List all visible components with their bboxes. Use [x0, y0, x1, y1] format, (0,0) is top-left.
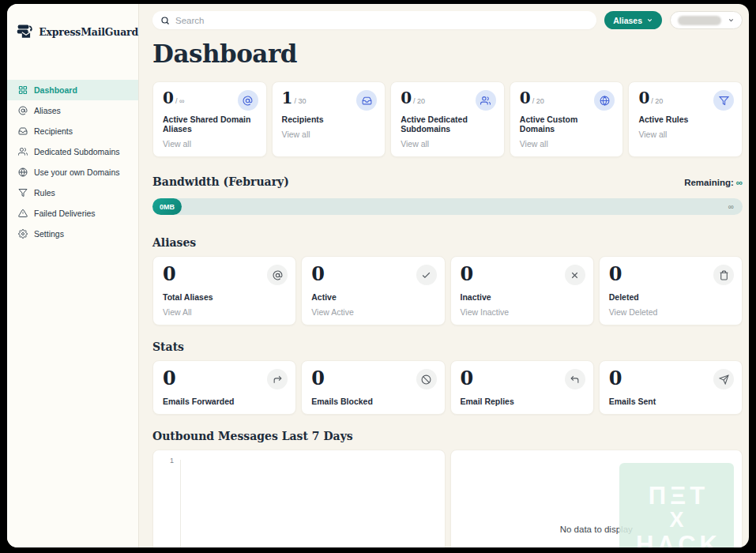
view-link[interactable]: View Active: [311, 307, 434, 317]
check-icon: [416, 265, 437, 285]
sidebar-item-rules[interactable]: Rules: [7, 182, 138, 203]
chart-plot-area: 1 0: [180, 460, 434, 547]
topbar: Aliases: [152, 11, 743, 29]
slash-icon: [416, 369, 437, 389]
view-all-link[interactable]: View all: [520, 139, 614, 149]
card-label: Active Shared Domain Aliases: [163, 115, 257, 134]
inbox-icon: [356, 90, 377, 111]
card-label: Emails Blocked: [311, 397, 434, 406]
account-redacted-value: [678, 16, 721, 25]
netxhack-watermark: ΠΞT Χ HΛCK: [619, 463, 734, 547]
sidebar-item-label: Dedicated Subdomains: [34, 147, 120, 156]
sidebar-item-label: Recipients: [34, 126, 73, 136]
sidebar-nav: Dashboard Aliases Recipients Dedicated S…: [7, 80, 138, 244]
card-limit: / 20: [413, 97, 425, 105]
sidebar-item-label: Failed Deliveries: [34, 209, 96, 218]
main-content: Aliases Dashboard 0/ ∞ Active Shared Dom…: [139, 4, 749, 547]
card-label: Emails Forwarded: [163, 397, 286, 406]
aliases-cards-row: 0 Total Aliases View All 0 Active View A…: [152, 256, 743, 325]
view-link[interactable]: View Deleted: [609, 307, 732, 317]
alias-card-active: 0 Active View Active: [301, 256, 445, 325]
sidebar-item-label: Aliases: [34, 106, 61, 115]
summary-card-recipients: 1/ 30 Recipients View all: [272, 81, 386, 157]
sidebar-item-dashboard[interactable]: Dashboard: [7, 80, 138, 100]
view-all-link[interactable]: View all: [638, 130, 732, 139]
card-label: Inactive: [461, 292, 584, 302]
search-icon: [160, 16, 170, 25]
view-link[interactable]: View Inactive: [461, 307, 584, 317]
logo-envelope-icon: [17, 23, 34, 40]
summary-cards-row: 0/ ∞ Active Shared Domain Aliases View a…: [152, 81, 743, 157]
sidebar-item-dedicated-subdomains[interactable]: Dedicated Subdomains: [7, 141, 138, 162]
summary-card-dedicated-subdomains: 0/ 20 Active Dedicated Subdomains View a…: [390, 81, 505, 157]
alias-card-deleted: 0 Deleted View Deleted: [599, 256, 743, 325]
search-input[interactable]: [175, 16, 589, 25]
sidebar-item-recipients[interactable]: Recipients: [7, 121, 138, 141]
globe-icon: [18, 167, 28, 177]
card-limit: / ∞: [175, 97, 184, 105]
alias-card-total: 0 Total Aliases View All: [152, 256, 296, 325]
card-limit: / 20: [651, 97, 663, 105]
corner-up-left-icon: [565, 369, 585, 389]
card-label: Active Custom Domains: [520, 115, 614, 134]
card-label: Emails Sent: [609, 397, 732, 406]
filter-icon: [713, 90, 734, 111]
card-limit: / 20: [532, 97, 544, 105]
bandwidth-header: Bandwidth (February) Remaining:∞: [152, 175, 743, 188]
bandwidth-used-pill: 0MB: [152, 198, 182, 215]
chart-row: 1 0 Saturday Sunday Monday: [152, 450, 743, 547]
stat-card-sent: 0 Emails Sent: [599, 360, 743, 415]
card-label: Deleted: [609, 292, 732, 302]
card-label: Active Rules: [638, 115, 732, 124]
view-all-link[interactable]: View all: [401, 139, 495, 149]
stats-cards-row: 0 Emails Forwarded 0 Emails Blocked 0 Em…: [152, 360, 743, 415]
page-title: Dashboard: [152, 40, 743, 68]
bandwidth-remaining: Remaining:∞: [684, 178, 743, 187]
chevron-down-icon: [646, 17, 653, 24]
card-label: Recipients: [282, 115, 376, 124]
aliases-button-label: Aliases: [613, 16, 642, 25]
users-icon: [18, 147, 28, 156]
sidebar-item-label: Settings: [34, 229, 64, 239]
stat-card-replies: 0 Email Replies: [450, 360, 594, 415]
card-label: Email Replies: [461, 397, 584, 406]
summary-card-custom-domains: 0/ 20 Active Custom Domains View all: [510, 81, 624, 157]
at-sign-icon: [18, 106, 28, 115]
card-label: Active: [311, 292, 434, 302]
alias-card-inactive: 0 Inactive View Inactive: [450, 256, 594, 325]
sidebar-item-own-domains[interactable]: Use your own Domains: [7, 162, 138, 182]
filter-icon: [18, 188, 28, 198]
globe-icon: [594, 90, 615, 111]
gear-icon: [18, 229, 28, 239]
y-axis-tick-max: 1: [170, 457, 174, 465]
view-all-link[interactable]: View all: [163, 139, 257, 149]
bandwidth-bar-end-label: ∞: [728, 202, 734, 211]
view-all-link[interactable]: View all: [282, 130, 376, 139]
grid-icon: [18, 85, 28, 95]
account-dropdown[interactable]: [670, 11, 743, 29]
sidebar-item-failed-deliveries[interactable]: Failed Deliveries: [7, 203, 138, 224]
users-icon: [476, 90, 496, 111]
bandwidth-remaining-value: ∞: [736, 178, 743, 187]
sidebar-item-label: Use your own Domains: [34, 167, 120, 177]
stat-card-forwarded: 0 Emails Forwarded: [152, 360, 296, 415]
inbox-icon: [18, 126, 28, 136]
sidebar-item-label: Rules: [34, 188, 55, 198]
logo-text: ExpressMailGuard: [39, 26, 138, 38]
trash-icon: [713, 265, 734, 285]
aliases-dropdown-button[interactable]: Aliases: [604, 11, 662, 29]
view-link[interactable]: View All: [163, 307, 286, 317]
search-bar[interactable]: [152, 11, 596, 29]
summary-card-rules: 0/ 20 Active Rules View all: [628, 81, 743, 157]
send-icon: [713, 369, 734, 389]
logo: ExpressMailGuard: [17, 23, 138, 40]
at-sign-icon: [238, 90, 258, 111]
stats-section-title: Stats: [152, 340, 743, 353]
sidebar-item-aliases[interactable]: Aliases: [7, 100, 138, 121]
alert-triangle-icon: [18, 209, 28, 218]
chevron-down-icon: [728, 17, 735, 24]
bandwidth-progress-bar: 0MB ∞: [152, 198, 743, 215]
sidebar-item-settings[interactable]: Settings: [7, 224, 138, 244]
card-label: Active Dedicated Subdomains: [401, 115, 495, 134]
chart-section-title: Outbound Messages Last 7 Days: [152, 430, 743, 442]
